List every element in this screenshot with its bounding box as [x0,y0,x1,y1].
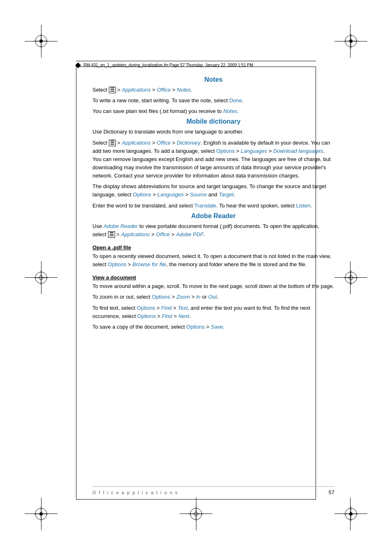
notes-para1: Select ☰ > Applications > Office > Notes… [92,86,334,94]
view-link-next: Next [178,313,189,319]
view-doc-para4: To save a copy of the document, select O… [92,323,334,331]
mobile-dictionary-title: Mobile dictionary [92,118,334,125]
file-header: RM-431_en_1_updates_during_localisation.… [76,61,316,67]
view-link-zoom: Zoom [176,294,190,300]
pdf-link-options: Options [108,261,127,267]
view-link-find2: Find [162,313,172,319]
view-link-out: Out [208,294,217,300]
dict-link-applications: Applications [122,140,151,146]
main-content: Notes Select ☰ > Applications > Office >… [92,76,334,473]
reg-mark-ml [34,270,48,285]
adobe-reader-title: Adobe Reader [92,212,334,220]
view-link-options4: Options [186,324,205,330]
notes-link-office: Office [157,87,171,93]
adobe-link-applications: Applications [121,231,150,237]
page: RM-431_en_1_updates_during_localisation.… [0,0,392,555]
view-link-in: In [196,294,201,300]
notes-title: Notes [92,76,334,83]
dict-link-listen: Listen [296,203,311,209]
view-link-save: Save [211,324,223,330]
view-doc-para2: To zoom in or out, select Options > Zoom… [92,293,334,301]
mobile-dict-para3: The display shows abbreviations for sour… [92,182,334,199]
notes-para3: You can save plain text files (.txt form… [92,107,334,115]
view-doc-para1: To move around within a page, scroll. To… [92,282,334,290]
view-link-find1: Find [161,305,171,311]
reg-mark-br [344,507,358,521]
reg-mark-tr [344,34,358,48]
adobe-reader-section: Adobe Reader Use Adobe Reader to view po… [92,212,334,331]
dict-link-languages2: Languages [157,191,184,198]
dict-link-dictionary: Dictionary [177,140,201,146]
footer-section-label: O f f i c e a p p l i c a t i o n s [92,490,178,495]
border-bottom [76,499,316,500]
notes-link-notes2: Notes [223,108,237,114]
reg-mark-mr [344,270,358,285]
header-diamond [75,62,81,68]
menu-icon-3: ☰ [108,231,115,238]
menu-icon-2: ☰ [109,140,116,146]
dict-link-target: Target [219,191,233,198]
adobe-reader-para1: Use Adobe Reader to view portable docume… [92,222,334,239]
menu-icon-1: ☰ [109,87,116,93]
dict-link-office: Office [157,140,171,146]
pdf-link-browse: Browse for file [132,261,166,267]
notes-link-notes: Notes [177,87,191,93]
view-doc-title: View a document [92,274,334,281]
adobe-link-pdf: Adobe PDF [176,231,203,237]
view-doc-para3: To find text, select Options > Find > Te… [92,304,334,320]
view-link-options1: Options [152,294,171,300]
mobile-dict-para2: Select ☰ > Applications > Office > Dicti… [92,139,334,180]
reg-mark-bm [189,507,203,521]
dict-link-download: Download languages [273,148,323,154]
mobile-dict-para1: Use Dictionary to translate words from o… [92,128,334,136]
open-pdf-para: To open a recently viewed document, sele… [92,252,334,269]
dict-link-options1: Options [216,148,235,154]
notes-link-applications: Applications [122,87,151,93]
adobe-link-office: Office [156,231,170,237]
mobile-dictionary-section: Mobile dictionary Use Dictionary to tran… [92,118,334,210]
notes-para2: To write a new note, start writing. To s… [92,97,334,105]
notes-section: Notes Select ☰ > Applications > Office >… [92,76,334,115]
footer-page-number: 57 [329,489,334,495]
mobile-dict-para4: Enter the word to be translated, and sel… [92,202,334,210]
dict-link-languages1: Languages [241,148,267,154]
file-header-text: RM-431_en_1_updates_during_localisation.… [83,63,253,67]
reg-mark-bl [34,507,48,521]
border-left [76,67,76,500]
notes-link-done: Done [229,97,242,104]
adobe-link-reader: Adobe Reader [104,223,138,229]
view-link-text: Text [178,305,187,311]
view-link-options2: Options [137,305,155,311]
open-pdf-title: Open a .pdf file [92,244,334,251]
view-link-options3: Options [137,313,156,319]
dict-link-source: Source [190,191,207,198]
page-footer: O f f i c e a p p l i c a t i o n s 57 [92,486,334,495]
dict-link-options2: Options [133,191,151,198]
dict-link-translate: Translate [194,203,217,209]
reg-mark-tl [34,34,48,48]
